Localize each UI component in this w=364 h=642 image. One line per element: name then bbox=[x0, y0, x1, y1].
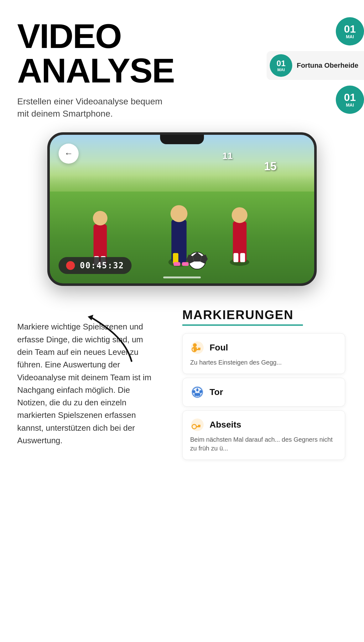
page-subtitle: Erstellen einer Videoanalyse bequem mit … bbox=[17, 95, 168, 120]
jersey-number-11: 11 bbox=[222, 150, 233, 161]
side-button bbox=[47, 179, 49, 194]
date-circle-2: 01 MAI bbox=[270, 54, 292, 77]
section-title: MARKIERUNGEN bbox=[182, 308, 303, 326]
date-badge-2: 01 MAI Fortuna Oberheide bbox=[267, 51, 364, 80]
tor-card: Tor bbox=[182, 378, 345, 407]
date-badges-column: 01 MAI 01 MAI Fortuna Oberheide 01 MAI bbox=[267, 17, 364, 114]
date-day-3: 01 bbox=[344, 92, 356, 103]
date-month-1: MAI bbox=[346, 34, 354, 39]
abseits-label: Abseits bbox=[210, 420, 241, 430]
section-right: MARKIERUNGEN bbox=[182, 308, 364, 464]
date-badge-1: 01 MAI bbox=[336, 17, 364, 45]
back-button[interactable]: ← bbox=[59, 144, 79, 164]
date-month-3: MAI bbox=[346, 103, 354, 108]
arrow-container bbox=[81, 314, 144, 364]
record-dot-icon bbox=[66, 261, 75, 270]
jersey-number-15: 15 bbox=[264, 160, 277, 173]
svg-rect-26 bbox=[196, 349, 200, 350]
date-month-2: MAI bbox=[277, 67, 285, 72]
date-badge-3: 01 MAI bbox=[336, 86, 364, 114]
team-name-badge: Fortuna Oberheide bbox=[297, 61, 358, 70]
phone-notch bbox=[160, 135, 204, 144]
foul-card-header: Foul bbox=[190, 340, 337, 355]
date-circle-3: 01 MAI bbox=[336, 86, 364, 114]
header-section: VIDEO ANALYSE Erstellen einer Videoanaly… bbox=[0, 0, 364, 120]
date-day-2: 01 bbox=[277, 59, 286, 67]
abseits-card: Abseits Beim nächsten Mal darauf ach... … bbox=[182, 410, 345, 460]
phone-screen: 15 11 bbox=[50, 135, 314, 283]
title-line1: VIDEO bbox=[17, 17, 121, 55]
svg-rect-39 bbox=[196, 426, 200, 427]
phone-section: 15 11 bbox=[0, 132, 364, 295]
timer-display: 00:45:32 bbox=[80, 261, 124, 270]
svg-rect-27 bbox=[199, 348, 200, 349]
tor-card-header: Tor bbox=[190, 385, 337, 399]
abseits-description: Beim nächsten Mal darauf ach... des Gegn… bbox=[190, 435, 337, 453]
foul-label: Foul bbox=[210, 343, 228, 353]
scroll-indicator bbox=[163, 276, 201, 278]
back-arrow-icon: ← bbox=[64, 149, 73, 159]
foul-icon bbox=[190, 340, 205, 355]
abseits-card-header: Abseits bbox=[190, 418, 337, 432]
abseits-icon bbox=[190, 418, 205, 432]
svg-point-20 bbox=[193, 343, 197, 347]
svg-rect-40 bbox=[199, 425, 200, 426]
foul-card: Foul Zu hartes Einsteigen des Gegg... bbox=[182, 333, 345, 374]
title-line2: ANALYSE bbox=[17, 51, 174, 90]
svg-rect-28 bbox=[198, 348, 199, 349]
phone-mockup: 15 11 bbox=[47, 132, 317, 286]
timer-bar: 00:45:32 bbox=[59, 257, 132, 274]
date-circle-1: 01 MAI bbox=[336, 17, 364, 45]
tor-label: Tor bbox=[210, 387, 223, 397]
curved-arrow-svg bbox=[81, 314, 144, 364]
marking-cards: Foul Zu hartes Einsteigen des Gegg... bbox=[182, 333, 364, 464]
tor-icon bbox=[190, 385, 205, 399]
date-day-1: 01 bbox=[344, 24, 356, 34]
foul-description: Zu hartes Einsteigen des Gegg... bbox=[190, 358, 337, 367]
svg-rect-41 bbox=[198, 425, 199, 426]
markierungen-section: MARKIERUNGEN bbox=[0, 308, 364, 527]
